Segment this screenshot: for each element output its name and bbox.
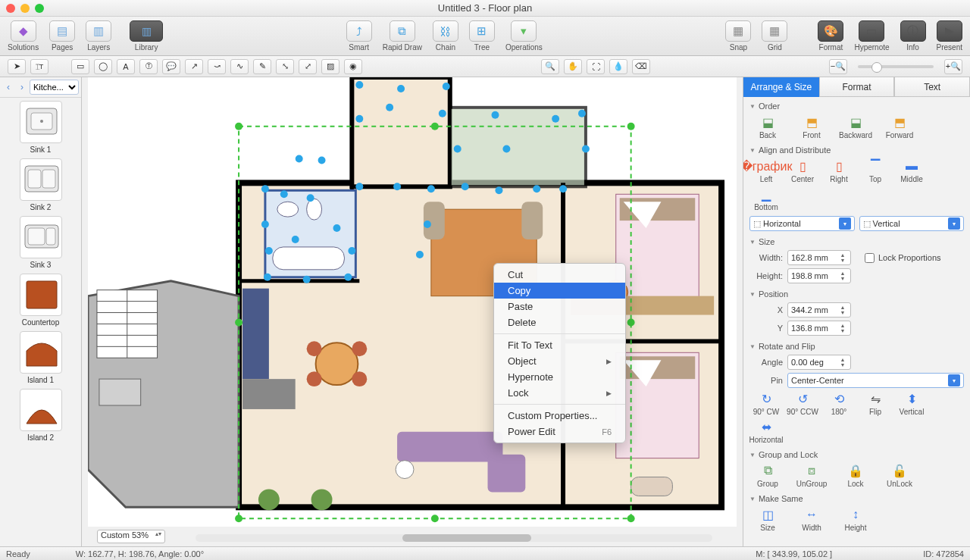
ellipse-tool[interactable]: ◯ bbox=[94, 59, 112, 74]
stamp-tool[interactable]: ◉ bbox=[344, 59, 362, 74]
menu-copy[interactable]: Copy bbox=[494, 283, 625, 299]
menu-hypernote[interactable]: Hypernote bbox=[494, 369, 625, 385]
solutions-button[interactable]: ◆Solutions bbox=[8, 20, 39, 52]
unlock-button[interactable]: 🔓UnLock bbox=[881, 463, 918, 488]
library-category-select[interactable]: Kitche... bbox=[30, 80, 79, 95]
zoom-in-button[interactable]: +🔍 bbox=[944, 59, 962, 74]
horizontal-scrollbar[interactable] bbox=[196, 534, 712, 542]
back-button[interactable]: ⬓Back bbox=[749, 114, 786, 139]
eyedropper-tool[interactable]: 💧 bbox=[609, 59, 627, 74]
crop-tool[interactable]: ⛶ bbox=[587, 59, 605, 74]
zoom-slider[interactable] bbox=[858, 65, 934, 68]
drawing-canvas[interactable]: CutCopyPasteDeleteFit To TextObjectHyper… bbox=[88, 77, 737, 527]
-ccw-button[interactable]: ↺90° CCW bbox=[786, 391, 819, 416]
order-section-header[interactable]: Order bbox=[749, 102, 964, 111]
format-button[interactable]: 🎨Format bbox=[818, 20, 843, 52]
align-section-header[interactable]: Align and Distribute bbox=[749, 145, 964, 155]
group-section-header[interactable]: Group and Lock bbox=[749, 450, 964, 459]
lock-proportions-checkbox[interactable] bbox=[865, 253, 875, 263]
front-button[interactable]: ⬒Front bbox=[793, 114, 830, 139]
brush-tool[interactable]: ✎ bbox=[253, 59, 271, 74]
hypernote-button[interactable]: ▭Hypernote bbox=[854, 20, 889, 52]
text-select-tool[interactable]: ⌶T bbox=[30, 59, 48, 74]
smart-button[interactable]: ⤴Smart bbox=[346, 20, 372, 52]
size-button[interactable]: ◫Size bbox=[749, 507, 786, 532]
connector-tool[interactable]: ⤡ bbox=[276, 59, 294, 74]
-cw-button[interactable]: ↻90° CW bbox=[749, 391, 783, 416]
library-fwd-button[interactable]: › bbox=[16, 81, 28, 93]
text-tool[interactable]: A bbox=[117, 59, 135, 74]
angle-input[interactable]: 0.00 deg▲▼ bbox=[787, 355, 851, 370]
info-button[interactable]: ⓘInfo bbox=[900, 20, 926, 52]
middle-button[interactable]: ▬Middle bbox=[895, 158, 928, 183]
smart-connector-tool[interactable]: ⤢ bbox=[299, 59, 317, 74]
right-button[interactable]: ▯Right bbox=[822, 158, 856, 183]
left-button[interactable]: �графикLeft bbox=[749, 158, 783, 183]
menu-fit-to-text[interactable]: Fit To Text bbox=[494, 337, 625, 353]
callout-tool[interactable]: 💬 bbox=[162, 59, 180, 74]
library-button[interactable]: ▥ Library bbox=[130, 20, 163, 52]
chain-button[interactable]: ⛓Chain bbox=[433, 20, 458, 52]
present-button[interactable]: ▶Present bbox=[937, 20, 962, 52]
--button[interactable]: ⟲180° bbox=[822, 391, 856, 416]
menu-paste[interactable]: Paste bbox=[494, 299, 625, 314]
width-input[interactable]: 162.8 mm▲▼ bbox=[787, 250, 851, 265]
top-button[interactable]: ▔Top bbox=[859, 158, 892, 183]
erase-tool[interactable]: ⌫ bbox=[632, 59, 650, 74]
library-item-sink-1[interactable]: Sink 1 bbox=[0, 101, 81, 154]
width-button[interactable]: ↔Width bbox=[793, 507, 830, 532]
flip-button[interactable]: ⇋Flip bbox=[859, 391, 892, 416]
zoom-tool[interactable]: 🔍 bbox=[541, 59, 559, 74]
library-item-sink-3[interactable]: Sink 3 bbox=[0, 216, 81, 269]
rapid-draw-button[interactable]: ⧉Rapid Draw bbox=[383, 20, 422, 52]
ungroup-button[interactable]: ⧈UnGroup bbox=[793, 463, 830, 488]
pan-tool[interactable]: ✋ bbox=[564, 59, 582, 74]
forward-button[interactable]: ⬒Forward bbox=[881, 114, 918, 139]
distribute-horizontal-select[interactable]: ⬚ Horizontal▾ bbox=[749, 216, 855, 231]
grid-button[interactable]: ▦Grid bbox=[762, 20, 787, 52]
library-item-island-1[interactable]: Island 1 bbox=[0, 331, 81, 384]
operations-button[interactable]: ▾Operations bbox=[505, 20, 543, 52]
y-input[interactable]: 136.8 mm▲▼ bbox=[787, 321, 851, 336]
position-section-header[interactable]: Position bbox=[749, 289, 964, 299]
size-section-header[interactable]: Size bbox=[749, 237, 964, 246]
pin-select[interactable]: Center-Center▾ bbox=[787, 373, 964, 388]
arc-tool[interactable]: ⤻ bbox=[208, 59, 226, 74]
distribute-vertical-select[interactable]: ⬚ Vertical▾ bbox=[859, 216, 965, 231]
height-button[interactable]: ↕Height bbox=[837, 507, 874, 532]
zoom-level-select[interactable]: Custom 53% ▴▾ bbox=[97, 530, 165, 543]
bottom-button[interactable]: ▁Bottom bbox=[749, 186, 783, 211]
center-button[interactable]: ▯Center bbox=[786, 158, 819, 183]
menu-object[interactable]: Object bbox=[494, 353, 625, 369]
makesame-section-header[interactable]: Make Same bbox=[749, 494, 964, 503]
pages-button[interactable]: ▤Pages bbox=[49, 20, 75, 52]
rotate-section-header[interactable]: Rotate and Flip bbox=[749, 342, 964, 351]
menu-lock[interactable]: Lock bbox=[494, 385, 625, 401]
library-back-button[interactable]: ‹ bbox=[2, 81, 14, 93]
library-item-sink-2[interactable]: Sink 2 bbox=[0, 158, 81, 211]
horizontal-button[interactable]: ⬌Horizontal bbox=[749, 419, 783, 444]
group-button[interactable]: ⧉Group bbox=[749, 463, 786, 488]
lock-button[interactable]: 🔒Lock bbox=[837, 463, 874, 488]
rect-tool[interactable]: ▭ bbox=[71, 59, 89, 74]
backward-button[interactable]: ⬓Backward bbox=[837, 114, 874, 139]
zoom-out-button[interactable]: −🔍 bbox=[829, 59, 847, 74]
inspector-tab-text[interactable]: Text bbox=[894, 77, 970, 97]
inspector-tab-format[interactable]: Format bbox=[819, 77, 895, 97]
select-tool[interactable]: ➤ bbox=[8, 59, 26, 74]
menu-power-edit[interactable]: Power EditF6 bbox=[494, 424, 625, 440]
layers-button[interactable]: ▥Layers bbox=[86, 20, 111, 52]
spline-tool[interactable]: ∿ bbox=[230, 59, 249, 74]
height-input[interactable]: 198.8 mm▲▼ bbox=[787, 268, 851, 283]
menu-delete[interactable]: Delete bbox=[494, 314, 625, 330]
library-item-island-2[interactable]: Island 2 bbox=[0, 389, 81, 442]
inspector-tab-arrange-size[interactable]: Arrange & Size bbox=[743, 77, 819, 97]
line-tool[interactable]: ↗ bbox=[185, 59, 203, 74]
library-item-countertop[interactable]: Countertop bbox=[0, 274, 81, 327]
x-input[interactable]: 344.2 mm▲▼ bbox=[787, 302, 851, 318]
textbox-tool[interactable]: Ⓣ bbox=[139, 59, 158, 74]
highlighter-tool[interactable]: ▨ bbox=[321, 59, 340, 74]
snap-button[interactable]: ▦Snap bbox=[725, 20, 751, 52]
tree-button[interactable]: ⊞Tree bbox=[469, 20, 495, 52]
menu-custom-properties-[interactable]: Custom Properties... bbox=[494, 408, 625, 424]
